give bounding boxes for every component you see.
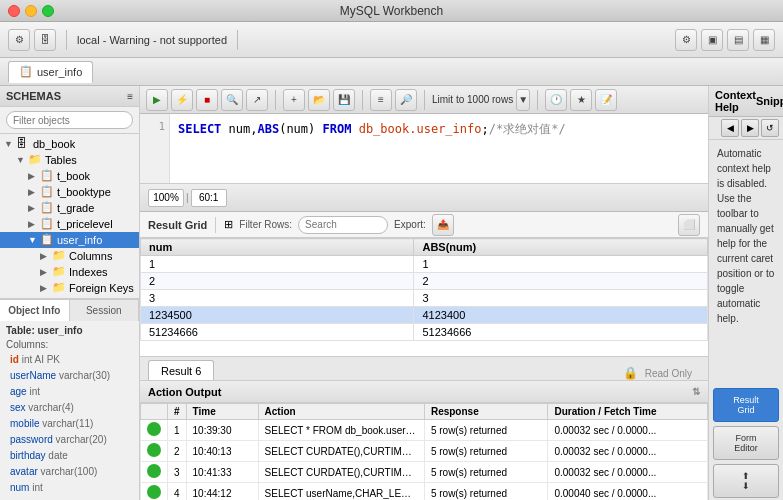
sidebar-tree: ▼ 🗄 db_book ▼ 📁 Tables ▶ 📋 t_book ▶ 📋 t_… xyxy=(0,134,139,298)
ctx-back-btn[interactable]: ◀ xyxy=(721,119,739,137)
action-response-0: 5 row(s) returned xyxy=(424,420,548,441)
t-booktype-icon: 📋 xyxy=(40,185,54,199)
titlebar: MySQL Workbench xyxy=(0,0,783,22)
layout-btn3[interactable]: ▦ xyxy=(753,29,775,51)
history-btn[interactable]: 🕐 xyxy=(545,89,567,111)
action-status-1 xyxy=(141,441,168,462)
search-input[interactable] xyxy=(298,216,388,234)
tree-item-t-booktype[interactable]: ▶ 📋 t_booktype xyxy=(0,184,139,200)
filter-icon: ⊞ xyxy=(224,218,233,231)
tree-item-columns[interactable]: ▶ 📁 Columns xyxy=(0,248,139,264)
admin-btn[interactable]: ⚙ xyxy=(8,29,30,51)
action-row: 210:40:13SELECT CURDATE(),CURTIME(),NOW(… xyxy=(141,441,708,462)
layout-btn2[interactable]: ▤ xyxy=(727,29,749,51)
arrow-tables: ▼ xyxy=(16,155,28,165)
col-header-num: num xyxy=(141,239,414,256)
cell-2-0: 3 xyxy=(141,290,414,307)
action-status-2 xyxy=(141,462,168,483)
bookmark-btn[interactable]: ★ xyxy=(570,89,592,111)
arrow-foreign-keys: ▶ xyxy=(40,283,52,293)
columns-subtitle: Columns: xyxy=(6,339,133,350)
column-mobile: mobile varchar(11) xyxy=(10,416,133,432)
cell-1-1: 2 xyxy=(414,273,708,290)
zoom-ratio[interactable] xyxy=(191,189,227,207)
snippet-btn[interactable]: 📝 xyxy=(595,89,617,111)
readonly-label: Read Only xyxy=(645,368,692,379)
right-toolbar: ⚙ ▣ ▤ ▦ xyxy=(675,29,775,51)
sidebar-tab-session[interactable]: Session xyxy=(70,300,140,321)
zoom-percent[interactable] xyxy=(148,189,184,207)
stop-btn[interactable]: ■ xyxy=(196,89,218,111)
table-row[interactable]: 33 xyxy=(141,290,708,307)
ctx-refresh-btn[interactable]: ↺ xyxy=(761,119,779,137)
connection-section: local - Warning - not supported xyxy=(77,34,227,46)
table-row[interactable]: 22 xyxy=(141,273,708,290)
result-tab-6[interactable]: Result 6 xyxy=(148,360,214,380)
indexes-label: Indexes xyxy=(69,266,108,278)
layout-btn1[interactable]: ▣ xyxy=(701,29,723,51)
tree-item-user-info[interactable]: ▼ 📋 user_info xyxy=(0,232,139,248)
execute-btn[interactable]: ▶ xyxy=(146,89,168,111)
action-output-title: Action Output xyxy=(148,386,221,398)
sep2 xyxy=(237,30,238,50)
tree-item-t-pricelevel[interactable]: ▶ 📋 t_pricelevel xyxy=(0,216,139,232)
ctx-help-text: Automatic context help is disabled. Use … xyxy=(717,148,774,324)
ctx-forward-btn[interactable]: ▶ xyxy=(741,119,759,137)
close-button[interactable] xyxy=(8,5,20,17)
cursor-btn[interactable]: ↗ xyxy=(246,89,268,111)
zoom-sep: | xyxy=(186,192,189,203)
main-toolbar: ⚙ 🗄 local - Warning - not supported ⚙ ▣ … xyxy=(0,22,783,58)
wrap-cell-btn[interactable]: ⬜ xyxy=(678,214,700,236)
new-tab-btn[interactable]: + xyxy=(283,89,305,111)
sql-content[interactable]: SELECT num,ABS(num) FROM db_book.user_in… xyxy=(170,114,708,183)
limit-dropdown[interactable]: ▼ xyxy=(516,89,530,111)
action-action-1: SELECT CURDATE(),CURTIME(),NOW((... xyxy=(258,441,424,462)
tab-user-info[interactable]: 📋 user_info xyxy=(8,61,93,83)
action-row: 410:44:12SELECT userName,CHAR_LENGTH(us.… xyxy=(141,483,708,501)
action-duration-1: 0.00032 sec / 0.0000... xyxy=(548,441,708,462)
schemas-btn[interactable]: 🗄 xyxy=(34,29,56,51)
table-header-row: num ABS(num) xyxy=(141,239,708,256)
form-editor-side-btn[interactable]: FormEditor xyxy=(713,426,779,460)
limit-label: Limit to 1000 rows xyxy=(432,94,513,105)
tree-item-tables[interactable]: ▼ 📁 Tables xyxy=(0,152,139,168)
foreign-keys-icon: 📁 xyxy=(52,281,66,295)
result-grid: num ABS(num) 112233123450041234005123466… xyxy=(140,238,708,356)
action-output: Action Output ⇅ # Time Action Response D… xyxy=(140,380,708,500)
db-book-label: db_book xyxy=(33,138,75,150)
result-grid-side-btn[interactable]: ResultGrid xyxy=(713,388,779,422)
explain-btn[interactable]: 🔍 xyxy=(221,89,243,111)
settings-btn[interactable]: ⚙ xyxy=(675,29,697,51)
action-num-1: 2 xyxy=(168,441,187,462)
execute-current-btn[interactable]: ⚡ xyxy=(171,89,193,111)
action-sort-icon: ⇅ xyxy=(692,386,700,397)
tree-item-indexes[interactable]: ▶ 📁 Indexes xyxy=(0,264,139,280)
expand-btn[interactable]: ⬆⬇ xyxy=(713,464,779,498)
table-row[interactable]: 12345004123400 xyxy=(141,307,708,324)
sep6 xyxy=(537,90,538,110)
tree-item-t-grade[interactable]: ▶ 📋 t_grade xyxy=(0,200,139,216)
tree-item-foreign-keys[interactable]: ▶ 📁 Foreign Keys xyxy=(0,280,139,296)
app-title: MySQL Workbench xyxy=(340,4,443,18)
sidebar-collapse-btn[interactable]: ≡ xyxy=(127,91,133,102)
minimize-button[interactable] xyxy=(25,5,37,17)
sidebar-tab-object-info[interactable]: Object Info xyxy=(0,300,70,321)
maximize-button[interactable] xyxy=(42,5,54,17)
table-row[interactable]: 11 xyxy=(141,256,708,273)
filter-input[interactable] xyxy=(6,111,133,129)
result-tabs: Result 6 🔒 Read Only xyxy=(140,356,708,380)
context-help-label: Context Help xyxy=(715,89,756,113)
arrow-columns: ▶ xyxy=(40,251,52,261)
format-btn[interactable]: ≡ xyxy=(370,89,392,111)
column-birthday: birthday date xyxy=(10,448,133,464)
find-btn[interactable]: 🔎 xyxy=(395,89,417,111)
open-file-btn[interactable]: 📂 xyxy=(308,89,330,111)
action-num-0: 1 xyxy=(168,420,187,441)
tree-item-t-book[interactable]: ▶ 📋 t_book xyxy=(0,168,139,184)
table-row[interactable]: 5123466651234666 xyxy=(141,324,708,341)
save-btn[interactable]: 💾 xyxy=(333,89,355,111)
export-btn[interactable]: 📤 xyxy=(432,214,454,236)
tree-item-db-book[interactable]: ▼ 🗄 db_book xyxy=(0,136,139,152)
line-number-1: 1 xyxy=(144,120,165,133)
result-area: Result Grid ⊞ Filter Rows: Export: 📤 ⬜ n… xyxy=(140,212,708,380)
